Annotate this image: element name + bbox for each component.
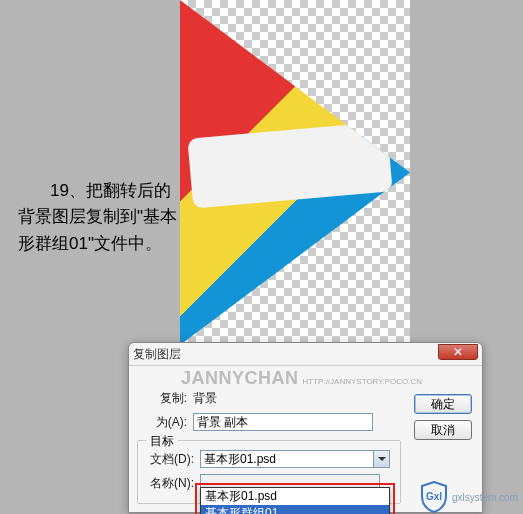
dialog-titlebar[interactable]: 复制图层 ✕ <box>129 343 482 365</box>
svg-text:Gxl: Gxl <box>426 491 442 502</box>
chevron-down-icon <box>378 457 386 461</box>
dialog-buttons: 确定 取消 <box>414 394 472 440</box>
cancel-button[interactable]: 取消 <box>414 420 472 440</box>
document-combo[interactable]: 基本形01.psd <box>200 450 390 468</box>
combo-dropdown-button[interactable] <box>373 450 390 468</box>
as-label: 为(A): <box>137 414 193 431</box>
document-row: 文档(D): 基本形01.psd <box>144 449 394 469</box>
close-button[interactable]: ✕ <box>438 344 478 360</box>
document-dropdown-list: 基本形01.psd 基本形群组01 新建 <box>200 487 390 514</box>
name-label: 名称(N): <box>144 475 200 492</box>
dropdown-item[interactable]: 基本形01.psd <box>201 488 389 505</box>
document-combo-text: 基本形01.psd <box>200 450 373 468</box>
ok-button[interactable]: 确定 <box>414 394 472 414</box>
gxl-watermark: Gxl gxlsystem.com <box>420 481 518 513</box>
document-label: 文档(D): <box>144 451 200 468</box>
target-fieldset: 目标 文档(D): 基本形01.psd 名称(N): 基本形01.psd 基本形… <box>137 440 401 504</box>
step-number: 19、 <box>50 181 86 200</box>
watermark-url: HTTP://JANNYSTORY.POCO.CN <box>303 377 423 386</box>
dropdown-item[interactable]: 基本形群组01 <box>201 505 389 514</box>
watermark: JANNYCHANHTTP://JANNYSTORY.POCO.CN <box>181 368 422 389</box>
shield-icon: Gxl <box>420 481 448 513</box>
copy-value: 背景 <box>193 390 217 407</box>
gxl-site: gxlsystem.com <box>452 492 518 503</box>
target-legend: 目标 <box>146 433 178 450</box>
close-icon: ✕ <box>453 345 463 359</box>
edited-image-preview <box>180 0 410 345</box>
instruction-text: 19、把翻转后的背景图层复制到"基本形群组01"文件中。 <box>18 178 178 257</box>
as-input[interactable] <box>193 413 373 431</box>
watermark-brand: JANNYCHAN <box>181 368 299 388</box>
copy-label: 复制: <box>137 390 193 407</box>
step-body: 把翻转后的背景图层复制到"基本形群组01"文件中。 <box>18 181 177 253</box>
dialog-title: 复制图层 <box>133 346 181 363</box>
